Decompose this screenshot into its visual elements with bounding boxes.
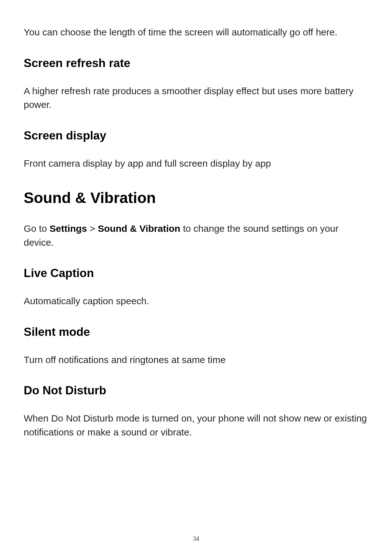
heading-live-caption: Live Caption (24, 267, 368, 280)
intro-paragraph: You can choose the length of time the sc… (24, 25, 368, 39)
heading-screen-refresh-rate: Screen refresh rate (24, 57, 368, 70)
heading-silent-mode: Silent mode (24, 325, 368, 339)
text-settings: Settings (50, 223, 87, 234)
text-sep: > (87, 223, 98, 234)
page-number: 34 (0, 535, 392, 542)
heading-screen-display: Screen display (24, 129, 368, 142)
body-screen-refresh-rate: A higher refresh rate produces a smoothe… (24, 84, 368, 112)
heading-do-not-disturb: Do Not Disturb (24, 384, 368, 397)
text-prefix: Go to (24, 223, 50, 234)
body-live-caption: Automatically caption speech. (24, 294, 368, 308)
text-sound-vibration: Sound & Vibration (98, 223, 180, 234)
body-silent-mode: Turn off notifications and ringtones at … (24, 353, 368, 367)
body-sound-vibration-intro: Go to Settings > Sound & Vibration to ch… (24, 222, 368, 249)
heading-sound-vibration: Sound & Vibration (24, 189, 368, 207)
body-do-not-disturb: When Do Not Disturb mode is turned on, y… (24, 411, 368, 439)
body-screen-display: Front camera display by app and full scr… (24, 157, 368, 170)
